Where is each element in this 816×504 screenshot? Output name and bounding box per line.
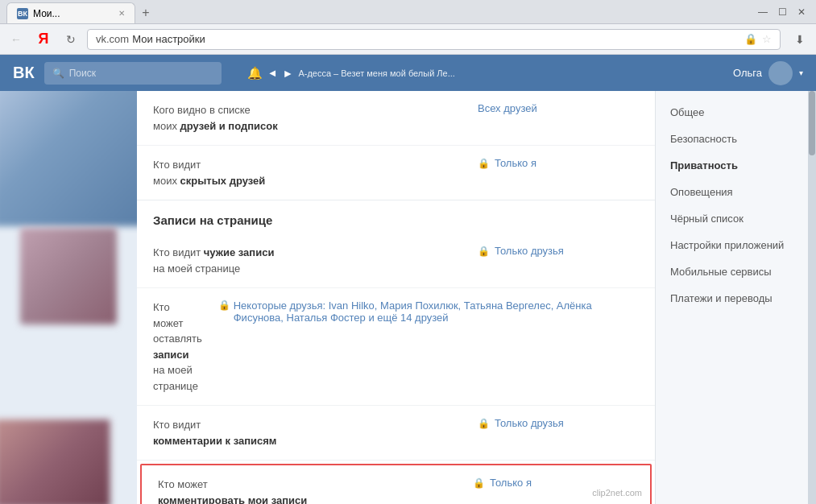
left-sidebar — [0, 91, 137, 504]
maximize-button[interactable]: ☐ — [774, 4, 790, 20]
main-content: Кого видно в спискемоих друзей и подписо… — [0, 91, 816, 504]
friends-list-value-text: Всех друзей — [478, 102, 537, 114]
address-bar[interactable]: vk.com Мои настройки 🔒 ☆ — [87, 29, 781, 50]
nav-item-payments[interactable]: Платежи и переводы — [656, 285, 816, 312]
scrollbar[interactable] — [808, 91, 816, 504]
page-posts-section: Записи на странице Кто видит чужие запис… — [137, 200, 655, 504]
can-comment-label: Кто можеткомментировать мои записи — [158, 477, 473, 504]
can-comment-row: Кто можеткомментировать мои записи 🔒 Тол… — [140, 464, 652, 504]
nav-item-security[interactable]: Безопасность — [656, 126, 816, 152]
browser-chrome: ВК Мои... ✕ + — ☐ ✕ — [0, 0, 816, 24]
friends-list-value[interactable]: Всех друзей — [478, 102, 639, 114]
vk-logo[interactable]: ВК — [13, 64, 35, 82]
download-button[interactable]: ⬇ — [790, 30, 810, 49]
nav-item-notifications[interactable]: Оповещения — [656, 179, 816, 205]
yandex-logo[interactable]: Я — [32, 28, 55, 51]
profile-image-bottom — [0, 419, 110, 504]
can-post-value-text: Некоторые друзья: Ivan Hilko, Мария Похи… — [234, 300, 639, 324]
lock-icon: 🔒 — [478, 246, 490, 257]
lock-icon: 🔒 — [478, 158, 490, 169]
friends-visibility-section: Кого видно в спискемоих друзей и подписо… — [137, 91, 655, 200]
see-comments-value-text: Только друзья — [495, 417, 564, 429]
nav-item-privacy[interactable]: Приватность — [656, 152, 816, 179]
address-bar-icons: 🔒 ☆ — [744, 33, 772, 45]
bookmark-icon[interactable]: ☆ — [762, 33, 772, 45]
play-button[interactable]: ► — [283, 67, 294, 80]
lock-icon: 🔒 — [478, 418, 490, 429]
others-posts-value-text: Только друзья — [495, 245, 564, 257]
profile-image-middle — [20, 228, 117, 324]
tab-close-button[interactable]: ✕ — [118, 9, 125, 18]
hidden-friends-value-text: Только я — [495, 157, 536, 169]
tab-vk-logo: ВК — [17, 8, 28, 19]
nav-item-apps[interactable]: Настройки приложений — [656, 232, 816, 258]
see-comments-value[interactable]: 🔒 Только друзья — [478, 417, 639, 429]
nav-item-general[interactable]: Общее — [656, 99, 816, 126]
see-comments-row: Кто видиткомментарии к записям 🔒 Только … — [137, 406, 655, 461]
new-tab-button[interactable]: + — [135, 2, 156, 23]
close-window-button[interactable]: ✕ — [793, 4, 810, 20]
vk-header: ВК 🔍 Поиск 🔔 ◄ ► А-десса – Везет меня мо… — [0, 55, 816, 91]
hidden-friends-value[interactable]: 🔒 Только я — [478, 157, 639, 169]
bell-icon[interactable]: 🔔 — [247, 66, 263, 81]
browser-window-controls: — ☐ ✕ — [755, 4, 810, 20]
profile-image-top — [0, 91, 137, 226]
active-tab[interactable]: ВК Мои... ✕ — [6, 2, 135, 23]
media-player: 🔔 ◄ ► А-десса – Везет меня мой белый Ле.… — [247, 66, 723, 81]
browser-tabs: ВК Мои... ✕ + — [6, 0, 755, 23]
right-sidebar-nav: Общее Безопасность Приватность Оповещени… — [655, 91, 816, 504]
can-post-label: Кто может оставлять записина моей страни… — [153, 300, 218, 394]
address-page-title: Мои настройки — [132, 33, 205, 45]
nav-item-mobile[interactable]: Мобильные сервисы — [656, 258, 816, 285]
search-icon: 🔍 — [52, 68, 64, 79]
minimize-button[interactable]: — — [755, 4, 771, 20]
address-bar-row: ← Я ↻ vk.com Мои настройки 🔒 ☆ ⬇ — [0, 24, 816, 55]
lock-icon: 🔒 — [744, 33, 757, 45]
settings-content: Кого видно в спискемоих друзей и подписо… — [137, 91, 655, 504]
can-comment-value-text: Только я — [490, 477, 532, 489]
section-title: Записи на странице — [153, 213, 272, 227]
lock-icon: 🔒 — [218, 300, 230, 311]
user-chevron-icon: ▾ — [799, 68, 803, 77]
hidden-friends-row: Кто видитмоих скрытых друзей 🔒 Только я — [137, 146, 655, 200]
back-button[interactable]: ← — [6, 30, 26, 49]
search-box[interactable]: 🔍 Поиск — [44, 62, 222, 85]
avatar — [768, 61, 793, 85]
can-post-row: Кто может оставлять записина моей страни… — [137, 288, 655, 406]
hidden-friends-label: Кто видитмоих скрытых друзей — [153, 157, 478, 188]
can-comment-value[interactable]: 🔒 Только я — [473, 477, 634, 489]
others-posts-value[interactable]: 🔒 Только друзья — [478, 245, 639, 257]
refresh-button[interactable]: ↻ — [61, 30, 81, 49]
friends-list-label: Кого видно в спискемоих друзей и подписо… — [153, 102, 478, 134]
track-title: А-десса – Везет меня мой белый Ле... — [298, 68, 454, 78]
tab-title: Мои... — [33, 8, 60, 19]
watermark: clip2net.com — [592, 488, 642, 498]
user-menu[interactable]: Ольга ▾ — [733, 61, 803, 85]
username: Ольга — [733, 67, 762, 79]
address-domain: vk.com — [96, 33, 129, 45]
see-comments-label: Кто видиткомментарии к записям — [153, 417, 478, 448]
can-post-value[interactable]: 🔒 Некоторые друзья: Ivan Hilko, Мария По… — [218, 300, 639, 324]
scrollbar-thumb[interactable] — [809, 91, 815, 155]
nav-item-blacklist[interactable]: Чёрный список — [656, 205, 816, 232]
prev-track-button[interactable]: ◄ — [267, 67, 278, 79]
others-posts-label: Кто видит чужие записина моей странице — [153, 245, 478, 276]
search-placeholder: Поиск — [69, 68, 96, 79]
others-posts-row: Кто видит чужие записина моей странице 🔒… — [137, 233, 655, 288]
friends-list-row: Кого видно в спискемоих друзей и подписо… — [137, 91, 655, 146]
page-posts-section-header: Записи на странице — [137, 200, 655, 233]
lock-icon: 🔒 — [473, 477, 485, 489]
